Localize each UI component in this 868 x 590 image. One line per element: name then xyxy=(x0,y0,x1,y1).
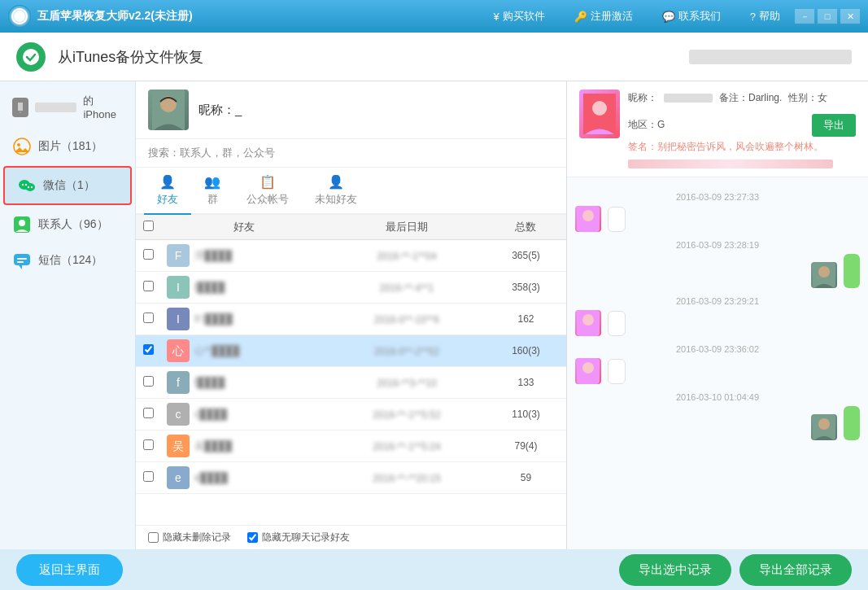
row-count-cell: 79(4) xyxy=(486,430,566,462)
sidebar-item-photos[interactable]: 图片（181） xyxy=(0,129,135,164)
hide-deleted-checkbox[interactable] xyxy=(148,532,159,543)
svg-point-16 xyxy=(19,220,25,226)
row-checkbox[interactable] xyxy=(143,471,154,482)
export-selected-btn[interactable]: 导出选中记录 xyxy=(619,554,731,586)
unknown-tab-icon: 👤 xyxy=(328,174,344,190)
svg-point-13 xyxy=(28,186,29,188)
note-label: 备注：Darling. xyxy=(719,90,782,107)
gender-label: 性别：女 xyxy=(788,90,827,107)
table-row[interactable]: f f████ 2016-**3-**10 133 xyxy=(136,367,566,399)
export-single-btn[interactable]: 导出 xyxy=(812,114,856,137)
question-icon: ? xyxy=(750,11,756,23)
svg-text:c: c xyxy=(176,408,181,421)
row-checkbox[interactable] xyxy=(143,376,154,387)
svg-point-2 xyxy=(23,49,39,65)
photos-label: 图片（181） xyxy=(38,139,103,154)
row-checkbox-cell[interactable] xyxy=(136,367,160,399)
bottombar: 返回主界面 导出选中记录 导出全部记录 xyxy=(0,549,868,590)
row-checkbox-cell[interactable] xyxy=(136,272,160,304)
titlebar: 互盾苹果恢复大师v2.2(未注册) ¥ 购买软件 🔑 注册激活 💬 联系我们 ?… xyxy=(0,0,868,33)
message-row xyxy=(575,406,860,440)
app-logo xyxy=(8,5,31,28)
table-row[interactable]: I If l████ 2016-0**-10**6 162 xyxy=(136,304,566,335)
row-checkbox[interactable] xyxy=(143,281,154,291)
row-name-cell: 心 心**████ xyxy=(160,335,328,367)
register-btn[interactable]: 🔑 注册激活 xyxy=(568,6,639,27)
row-name-cell: 吴 吴████ xyxy=(160,430,328,462)
row-checkbox-cell[interactable] xyxy=(136,335,160,367)
row-checkbox[interactable] xyxy=(143,249,154,260)
sidebar-item-sms[interactable]: 短信（124） xyxy=(0,243,135,278)
help-btn[interactable]: ? 帮助 xyxy=(744,6,787,27)
row-checkbox[interactable] xyxy=(143,344,154,355)
svg-text:心: 心 xyxy=(172,344,184,357)
sidebar-item-wechat[interactable]: 微信（1） xyxy=(3,166,132,205)
close-btn[interactable]: ✕ xyxy=(840,9,860,24)
col-date: 最后日期 xyxy=(328,215,486,240)
hide-no-chat-label[interactable]: 隐藏无聊天记录好友 xyxy=(247,531,350,544)
buy-software-btn[interactable]: ¥ 购买软件 xyxy=(487,6,552,27)
blurred-line xyxy=(628,160,833,168)
row-checkbox-cell[interactable] xyxy=(136,240,160,272)
message-avatar xyxy=(575,206,601,232)
table-row[interactable]: e e████ 2016-**-**20:15 59 xyxy=(136,462,566,494)
cart-icon: ¥ xyxy=(494,11,499,23)
maximize-btn[interactable]: □ xyxy=(818,9,837,24)
svg-point-7 xyxy=(17,143,20,146)
sidebar-item-contacts[interactable]: 联系人（96） xyxy=(0,207,135,243)
row-date-cell: 2016-**-1**5:24 xyxy=(328,430,486,462)
table-row[interactable]: 心 心**████ 2016-0**-2**52 160(3) xyxy=(136,335,566,367)
contacts-table: 好友 最后日期 总数 F 浮████ 2016-**-1**04 365(5) xyxy=(136,215,566,494)
table-row[interactable]: F 浮████ 2016-**-1**04 365(5) xyxy=(136,240,566,272)
svg-text:f: f xyxy=(177,376,180,389)
header-blurred-info xyxy=(689,50,852,64)
row-checkbox-cell[interactable] xyxy=(136,430,160,462)
hide-deleted-label[interactable]: 隐藏未删除记录 xyxy=(148,531,231,544)
contact-avatar xyxy=(148,90,189,130)
svg-point-5 xyxy=(20,111,21,113)
row-date-cell: 2016-**-1**5:52 xyxy=(328,399,486,430)
message-bubble xyxy=(844,254,860,288)
header: 从iTunes备份文件恢复 xyxy=(0,33,868,81)
row-count-cell: 133 xyxy=(486,367,566,399)
message-time: 2016-03-09 23:27:33 xyxy=(575,192,860,202)
message-avatar xyxy=(575,358,601,384)
table-row[interactable]: I I████ 2016-**-4**1 358(3) xyxy=(136,272,566,304)
message-bubble xyxy=(608,311,626,336)
contact-info-row: 昵称： 备注：Darling. 性别：女 地区：G 导出 xyxy=(628,90,856,137)
row-count-cell: 110(3) xyxy=(486,399,566,430)
row-count-cell: 162 xyxy=(486,304,566,335)
tab-groups[interactable]: 👥 群 xyxy=(191,168,233,215)
row-checkbox-cell[interactable] xyxy=(136,399,160,430)
row-checkbox[interactable] xyxy=(143,312,154,323)
select-all-checkbox[interactable] xyxy=(143,221,154,231)
svg-point-48 xyxy=(582,362,594,374)
hide-no-chat-checkbox[interactable] xyxy=(247,532,258,543)
sidebar-item-iphone[interactable]: 的 iPhone xyxy=(0,85,135,129)
row-checkbox-cell[interactable] xyxy=(136,462,160,494)
svg-text:吴: 吴 xyxy=(172,439,184,452)
message-bubble xyxy=(844,406,860,440)
contact-btn[interactable]: 💬 联系我们 xyxy=(656,6,727,27)
svg-rect-19 xyxy=(17,258,27,260)
tab-official[interactable]: 📋 公众帐号 xyxy=(233,168,302,215)
minimize-btn[interactable]: － xyxy=(795,9,814,24)
svg-rect-4 xyxy=(18,103,23,111)
back-to-main-btn[interactable]: 返回主界面 xyxy=(16,554,123,586)
row-checkbox-cell[interactable] xyxy=(136,304,160,335)
message-row xyxy=(575,310,860,336)
chat-area[interactable]: 2016-03-09 23:27:332016-03-09 23:28:1920… xyxy=(567,177,868,549)
tab-unknown[interactable]: 👤 未知好友 xyxy=(302,168,370,215)
chat-icon: 💬 xyxy=(662,11,675,23)
row-checkbox[interactable] xyxy=(143,439,154,450)
region-label: 地区：G xyxy=(628,116,665,134)
col-checkbox xyxy=(136,215,160,240)
tab-friends[interactable]: 👤 好友 xyxy=(144,168,191,215)
table-row[interactable]: c c████ 2016-**-1**5:52 110(3) xyxy=(136,399,566,430)
official-tab-label: 公众帐号 xyxy=(246,192,289,207)
export-all-btn[interactable]: 导出全部记录 xyxy=(739,554,852,586)
row-checkbox[interactable] xyxy=(143,408,154,418)
row-name-cell: I If l████ xyxy=(160,304,328,335)
row-name-cell: f f████ xyxy=(160,367,328,399)
table-row[interactable]: 吴 吴████ 2016-**-1**5:24 79(4) xyxy=(136,430,566,462)
